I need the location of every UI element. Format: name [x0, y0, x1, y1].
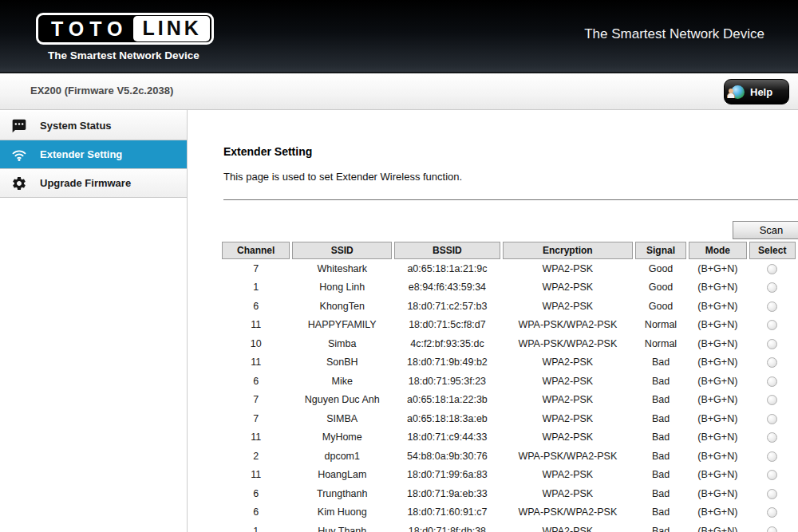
cell-channel: 11: [222, 353, 290, 372]
cell-channel: 6: [222, 484, 290, 503]
cell-channel: 1: [222, 278, 290, 298]
cell-encryption: WPA2-PSK: [503, 428, 633, 447]
cell-encryption: WPA2-PSK: [503, 391, 633, 410]
table-row: 1 Huy Thanh 18:d0:71:8f:db:38 WPA2-PSK B…: [222, 522, 796, 532]
cell-signal: Bad: [635, 466, 686, 485]
select-radio[interactable]: [767, 414, 777, 424]
cell-select: [749, 259, 796, 278]
cell-channel: 6: [222, 503, 290, 522]
cell-select: [749, 316, 796, 335]
cell-bssid: 18:d0:71:9b:49:b2: [394, 353, 500, 372]
cell-channel: 6: [222, 372, 290, 391]
page-description: This page is used to set Extender Wirele…: [223, 171, 798, 183]
cell-bssid: a0:65:18:18:3a:eb: [394, 409, 500, 428]
cell-ssid: Kim Huong: [292, 503, 392, 522]
select-radio[interactable]: [767, 395, 777, 405]
cell-channel: 2: [222, 447, 290, 466]
chat-icon: [11, 118, 27, 134]
cell-ssid: Huy Thanh: [292, 522, 392, 532]
cell-mode: (B+G+N): [689, 503, 746, 522]
cell-signal: Good: [635, 297, 686, 316]
sidebar-item-upgrade-firmware[interactable]: Upgrade Firmware: [0, 169, 187, 198]
main-content: Extender Setting This page is used to se…: [188, 110, 798, 532]
cell-mode: (B+G+N): [689, 428, 746, 447]
cell-ssid: SIMBA: [292, 409, 392, 428]
select-radio[interactable]: [767, 376, 777, 387]
cell-encryption: WPA2-PSK: [503, 297, 633, 316]
select-radio[interactable]: [767, 451, 777, 462]
cell-ssid: Hong Linh: [292, 278, 392, 298]
table-row: 6 KhongTen 18:d0:71:c2:57:b3 WPA2-PSK Go…: [222, 297, 796, 316]
sidebar-item-extender-setting[interactable]: Extender Setting: [0, 140, 187, 169]
select-radio[interactable]: [767, 432, 777, 443]
ap-scan-table: Channel SSID BSSID Encryption Signal Mod…: [219, 242, 798, 532]
cell-bssid: 54:b8:0a:9b:30:76: [394, 447, 500, 466]
table-row: 7 Nguyen Duc Anh a0:65:18:1a:22:3b WPA2-…: [222, 391, 796, 410]
select-radio[interactable]: [767, 357, 777, 368]
cell-mode: (B+G+N): [689, 297, 746, 316]
select-radio[interactable]: [767, 282, 777, 293]
cell-ssid: Trungthanh: [292, 484, 392, 503]
cell-ssid: Nguyen Duc Anh: [292, 391, 392, 410]
cell-signal: Normal: [635, 334, 686, 353]
scan-button-row: Scan: [223, 221, 798, 240]
logo-text-toto: TOTO: [40, 18, 133, 41]
cell-bssid: 18:d0:71:9a:eb:33: [394, 484, 500, 503]
cell-mode: (B+G+N): [689, 447, 746, 466]
select-radio[interactable]: [767, 526, 777, 532]
table-row: 2 dpcom1 54:b8:0a:9b:30:76 WPA-PSK/WPA2-…: [222, 447, 796, 466]
cell-signal: Bad: [635, 522, 686, 532]
scan-button[interactable]: Scan: [733, 221, 798, 239]
cell-encryption: WPA-PSK/WPA2-PSK: [503, 316, 633, 335]
cell-select: [749, 484, 796, 503]
cell-signal: Bad: [635, 391, 686, 410]
table-row: 10 Simba 4c:f2:bf:93:35:dc WPA-PSK/WPA2-…: [222, 334, 796, 353]
cell-channel: 7: [222, 409, 290, 428]
sidebar-item-label: Extender Setting: [40, 148, 122, 160]
cell-select: [749, 391, 796, 410]
cell-bssid: 18:d0:71:c9:44:33: [394, 428, 500, 447]
select-radio[interactable]: [767, 320, 777, 330]
cell-select: [749, 353, 796, 372]
table-header-row: Channel SSID BSSID Encryption Signal Mod…: [222, 242, 796, 259]
cell-mode: (B+G+N): [689, 259, 746, 278]
select-radio[interactable]: [767, 339, 777, 349]
logo-text-link: LINK: [133, 16, 210, 41]
cell-channel: 1: [222, 522, 290, 532]
select-radio[interactable]: [767, 264, 777, 274]
col-header-channel: Channel: [222, 242, 290, 259]
logo-tagline: The Smartest Network Device: [48, 49, 214, 61]
cell-signal: Good: [635, 278, 686, 298]
sidebar-item-label: Upgrade Firmware: [40, 177, 131, 189]
cell-channel: 11: [222, 428, 290, 447]
cell-signal: Bad: [635, 353, 686, 372]
sidebar: System Status Extender Setting Upgrade F…: [0, 110, 188, 532]
help-button[interactable]: Help: [724, 79, 789, 104]
sidebar-item-label: System Status: [40, 120, 112, 132]
cell-bssid: 18:d0:71:c2:57:b3: [394, 297, 500, 316]
cell-select: [749, 503, 796, 522]
select-radio[interactable]: [767, 301, 777, 312]
cell-mode: (B+G+N): [689, 278, 746, 298]
cell-ssid: MyHome: [292, 428, 392, 447]
cell-channel: 11: [222, 316, 290, 335]
cell-select: [749, 297, 796, 316]
table-row: 11 HoangLam 18:d0:71:99:6a:83 WPA2-PSK B…: [222, 466, 796, 485]
cell-encryption: WPA2-PSK: [503, 259, 633, 278]
table-row: 7 SIMBA a0:65:18:18:3a:eb WPA2-PSK Bad (…: [222, 409, 796, 428]
cell-select: [749, 409, 796, 428]
select-radio[interactable]: [767, 470, 777, 480]
cell-ssid: Mike: [292, 372, 392, 391]
table-row: 6 Trungthanh 18:d0:71:9a:eb:33 WPA2-PSK …: [222, 484, 796, 503]
select-radio[interactable]: [767, 489, 777, 499]
cell-encryption: WPA2-PSK: [503, 466, 633, 485]
cell-select: [749, 334, 796, 353]
cell-bssid: a0:65:18:1a:22:3b: [394, 391, 500, 410]
cell-channel: 7: [222, 391, 290, 410]
select-radio[interactable]: [767, 507, 777, 518]
sidebar-item-system-status[interactable]: System Status: [0, 112, 187, 140]
cell-signal: Good: [635, 259, 686, 278]
cell-encryption: WPA2-PSK: [503, 278, 633, 298]
device-firmware-label: EX200 (Firmware V5.2c.2038): [30, 85, 173, 97]
scan-table-body: 7 Whiteshark a0:65:18:1a:21:9c WPA2-PSK …: [222, 259, 796, 532]
